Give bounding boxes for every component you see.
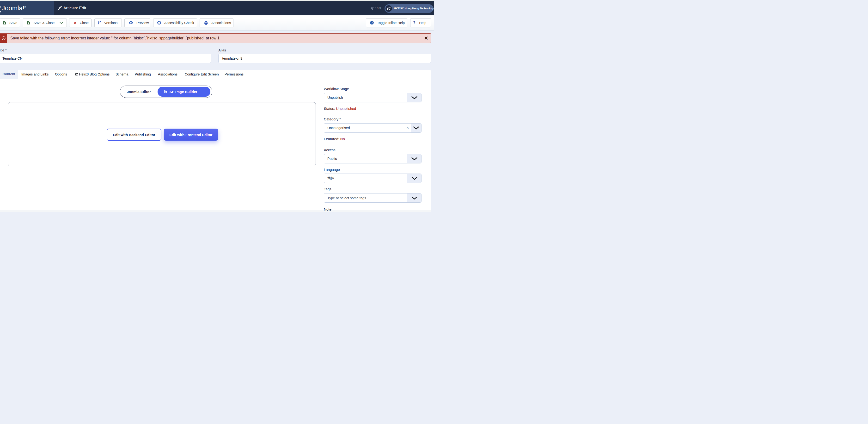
svg-text:?: ?: [371, 21, 373, 24]
